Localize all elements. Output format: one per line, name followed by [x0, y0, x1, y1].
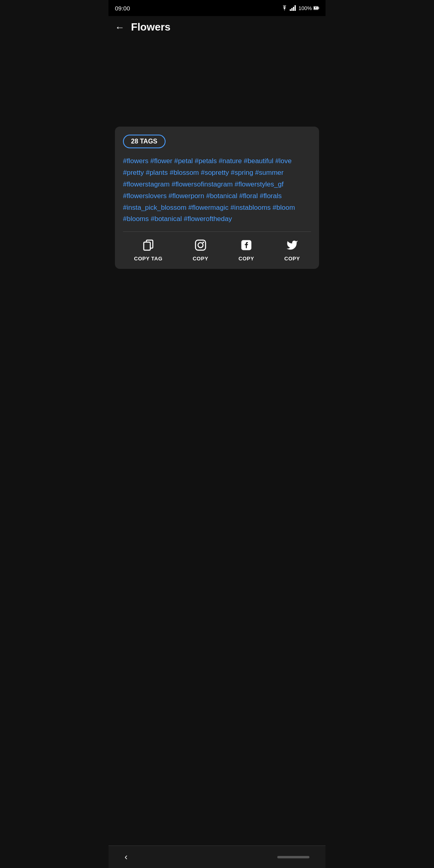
facebook-icon — [240, 239, 252, 253]
back-button[interactable]: ← — [115, 22, 125, 33]
instagram-svg-icon — [194, 239, 207, 251]
copy-instagram-button[interactable]: COPY — [192, 239, 208, 262]
svg-point-10 — [198, 243, 203, 248]
main-content: 28 TAGS #flowers #flower #petal #petals … — [108, 38, 326, 277]
actions-row: COPY TAG COPY — [115, 232, 319, 269]
header: ← Flowers — [108, 16, 326, 38]
status-icons: 100% — [281, 5, 319, 11]
page-title: Flowers — [131, 21, 170, 33]
svg-rect-9 — [195, 240, 205, 250]
copy-facebook-label: COPY — [239, 256, 254, 262]
signal-icon — [290, 5, 296, 11]
hashtag-card: 28 TAGS #flowers #flower #petal #petals … — [115, 127, 319, 269]
hashtags-text: #flowers #flower #petal #petals #nature … — [123, 156, 311, 225]
status-time: 09:00 — [115, 5, 130, 12]
facebook-svg-icon — [240, 239, 252, 251]
svg-rect-5 — [319, 7, 319, 9]
svg-rect-0 — [290, 9, 291, 11]
svg-point-11 — [203, 242, 204, 244]
svg-rect-2 — [293, 7, 294, 11]
card-body: 28 TAGS #flowers #flower #petal #petals … — [115, 127, 319, 231]
copy-instagram-label: COPY — [192, 256, 208, 262]
twitter-icon — [286, 239, 298, 253]
copy-tag-label: COPY TAG — [134, 256, 163, 262]
copy-twitter-label: COPY — [285, 256, 300, 262]
battery-text: 100% — [299, 5, 312, 11]
svg-rect-8 — [144, 242, 150, 250]
copy-svg-icon — [142, 239, 154, 251]
copy-icon — [142, 239, 154, 253]
copy-twitter-button[interactable]: COPY — [285, 239, 300, 262]
twitter-svg-icon — [286, 239, 298, 251]
battery-icon — [313, 6, 319, 10]
instagram-icon — [194, 239, 207, 253]
wifi-icon — [281, 5, 288, 11]
svg-rect-3 — [295, 5, 296, 11]
copy-tag-button[interactable]: COPY TAG — [134, 239, 163, 262]
tags-badge: 28 TAGS — [123, 135, 166, 148]
status-bar: 09:00 100% — [108, 0, 326, 16]
svg-rect-1 — [291, 8, 293, 11]
copy-facebook-button[interactable]: COPY — [239, 239, 254, 262]
